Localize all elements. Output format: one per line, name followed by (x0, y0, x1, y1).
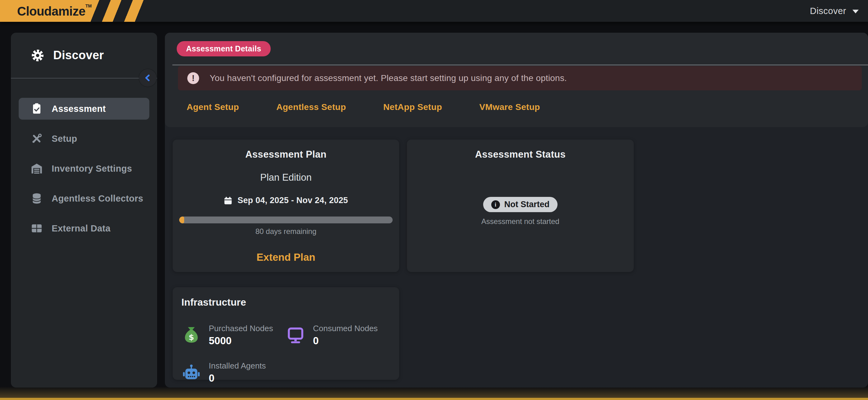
table-cells-icon (30, 222, 43, 235)
monitor-icon (286, 326, 305, 345)
footer-gradient (0, 387, 868, 398)
plan-progress-bar (179, 217, 393, 223)
metric-label: Purchased Nodes (209, 324, 273, 333)
main-content: Assessment Details ! You haven't configu… (165, 33, 868, 388)
netapp-setup-link[interactable]: NetApp Setup (383, 102, 442, 112)
alert-message: You haven't configured for assessment ye… (210, 73, 567, 83)
assessment-status-card: Assessment Status i Not Started Assessme… (407, 140, 634, 272)
product-switcher-label: Discover (810, 6, 846, 16)
svg-text:$: $ (189, 333, 194, 342)
metric-purchased-nodes: $ Purchased Nodes 5000 (182, 324, 286, 347)
sidebar-item-label: Inventory Settings (52, 164, 132, 174)
chevron-left-icon (144, 74, 152, 82)
status-badge-label: Not Started (504, 200, 550, 209)
sidebar-header: Discover (11, 33, 157, 79)
status-badge: i Not Started (483, 197, 558, 212)
metric-value: 0 (209, 372, 266, 384)
trademark-mark: TM (85, 3, 91, 8)
sidebar-menu: Assessment Setup (11, 79, 157, 239)
metric-installed-agents: Installed Agents 0 (182, 361, 286, 384)
agentless-setup-link[interactable]: Agentless Setup (276, 102, 346, 112)
sidebar-item-agentless-collectors[interactable]: Agentless Collectors (19, 188, 149, 209)
info-circle-icon: i (491, 200, 500, 209)
money-bag-icon: $ (182, 326, 201, 345)
exclamation-circle-icon: ! (187, 72, 199, 84)
gear-icon (31, 49, 44, 62)
sidebar-item-label: Agentless Collectors (52, 194, 143, 204)
footer-gold-line (0, 398, 868, 400)
sidebar-title: Discover (53, 49, 104, 62)
plan-date-range: Sep 04, 2025 - Nov 24, 2025 (237, 196, 348, 205)
database-icon (30, 192, 43, 205)
brand-name: CloudamizeTM (0, 3, 92, 18)
plan-card-title: Assessment Plan (173, 149, 399, 160)
days-remaining: 80 days remaining (173, 227, 399, 236)
infrastructure-title: Infrastructure (181, 296, 399, 308)
assessment-details-chip[interactable]: Assessment Details (177, 41, 271, 56)
setup-links-row: Agent Setup Agentless Setup NetApp Setup… (187, 102, 868, 112)
sidebar-item-external-data[interactable]: External Data (19, 218, 149, 239)
assessment-details-panel: Assessment Details ! You haven't configu… (165, 33, 868, 127)
metric-value: 5000 (209, 335, 273, 347)
metric-label: Installed Agents (209, 361, 266, 371)
sidebar-item-inventory-settings[interactable]: Inventory Settings (19, 158, 149, 179)
assessment-plan-card: Assessment Plan Plan Edition Sep 04, 202… (173, 140, 399, 272)
agent-setup-link[interactable]: Agent Setup (187, 102, 239, 112)
sidebar-item-assessment[interactable]: Assessment (19, 98, 149, 120)
metric-label: Consumed Nodes (313, 324, 378, 333)
infrastructure-card: Infrastructure $ Purchased Nodes 5000 (173, 287, 399, 380)
top-header-bar: CloudamizeTM Discover (0, 0, 868, 22)
plan-progress-fill (179, 217, 184, 223)
extend-plan-link[interactable]: Extend Plan (173, 251, 399, 263)
configuration-alert-banner: ! You haven't configured for assessment … (178, 66, 862, 90)
panel-divider (173, 64, 868, 65)
sidebar-item-label: External Data (52, 223, 111, 234)
sidebar-item-setup[interactable]: Setup (19, 128, 149, 149)
sidebar: Discover Assessment (11, 33, 157, 388)
metric-consumed-nodes: Consumed Nodes 0 (286, 324, 391, 347)
sidebar-item-label: Assessment (52, 104, 106, 114)
calendar-icon (224, 196, 232, 205)
product-switcher-dropdown[interactable]: Discover (810, 6, 868, 16)
status-card-title: Assessment Status (475, 149, 566, 160)
tools-icon (30, 132, 43, 145)
vmware-setup-link[interactable]: VMware Setup (479, 102, 540, 112)
cloudamize-logo: CloudamizeTM (0, 0, 149, 22)
plan-edition: Plan Edition (173, 172, 399, 183)
clipboard-check-icon (30, 102, 43, 116)
sidebar-item-label: Setup (52, 134, 77, 144)
plan-date-range-row: Sep 04, 2025 - Nov 24, 2025 (173, 196, 399, 205)
status-subtext: Assessment not started (481, 217, 559, 226)
infrastructure-metrics: $ Purchased Nodes 5000 Consum (173, 324, 399, 384)
metric-value: 0 (313, 335, 378, 347)
warehouse-icon (30, 162, 43, 175)
robot-icon (182, 363, 201, 382)
chevron-down-icon (852, 10, 859, 13)
sidebar-collapse-button[interactable] (139, 69, 156, 87)
